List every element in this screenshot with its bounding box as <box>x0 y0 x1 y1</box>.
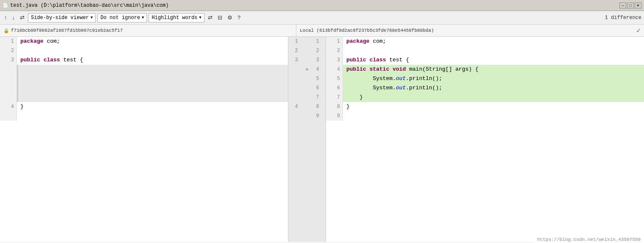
left-line-num: 1 <box>0 37 17 46</box>
title-text: test.java (D:\platform\taobao-dao\src\ma… <box>10 3 169 8</box>
center-row-3: 33 <box>288 55 326 65</box>
help-button[interactable]: ? <box>236 14 242 22</box>
left-file-hash: f718bcb00f8662af1667fd15b067c91eb2ac5f17 <box>11 28 123 33</box>
ignore-label: Do not ignore <box>100 15 140 21</box>
right-line-num: 5 <box>326 74 343 83</box>
left-file-header: 🔒 f718bcb00f8662af1667fd15b067c91eb2ac5f… <box>0 25 296 36</box>
left-line-num <box>0 74 17 83</box>
right-line-content: } <box>343 93 644 102</box>
center-right-num: 3 <box>311 55 324 65</box>
settings-button[interactable]: ⚙ <box>226 14 234 22</box>
center-right-num: 6 <box>311 83 324 93</box>
file-headers: 🔒 f718bcb00f8662af1667fd15b067c91eb2ac5f… <box>0 25 644 37</box>
diff-count: 1 difference <box>605 15 641 21</box>
right-line-4: 4public static void main(String[] args) … <box>326 65 644 74</box>
lock-icon: 🔒 <box>3 28 9 33</box>
left-line-num <box>0 83 17 93</box>
left-line-4 <box>0 65 288 74</box>
left-line-content <box>17 74 288 83</box>
right-line-num: 8 <box>326 102 343 111</box>
right-line-8: 8} <box>326 102 644 111</box>
center-left-num: 1 <box>290 37 303 46</box>
left-line-content <box>17 83 288 93</box>
center-row-2: 22 <box>288 46 326 55</box>
right-line-num: 7 <box>326 93 343 102</box>
right-line-content <box>343 46 644 55</box>
status-url: https://blog.csdn.net/weixin_43507550 <box>537 237 641 242</box>
render-button[interactable]: ⊟ <box>216 14 224 22</box>
left-line-3: 3public class test { <box>0 55 288 65</box>
right-line-content: package com; <box>343 37 644 46</box>
close-button[interactable]: ✕ <box>635 3 641 8</box>
left-line-8: 4} <box>0 102 288 111</box>
right-line-num: 3 <box>326 55 343 65</box>
left-line-content <box>17 111 288 121</box>
left-line-num: 4 <box>0 102 17 111</box>
left-line-content <box>17 46 288 55</box>
left-line-6 <box>0 83 288 93</box>
right-line-content: System.out.println(); <box>343 83 644 93</box>
left-line-num: 2 <box>0 46 17 55</box>
left-line-7 <box>0 93 288 102</box>
left-line-9 <box>0 111 288 121</box>
right-line-6: 6 System.out.println(); <box>326 83 644 93</box>
left-line-5 <box>0 74 288 83</box>
center-row-6: 6 <box>288 83 326 93</box>
title-bar: 📄 test.java (D:\platform\taobao-dao\src\… <box>0 0 644 11</box>
ignore-arrow-icon: ▼ <box>142 16 144 20</box>
right-line-num: 9 <box>326 111 343 121</box>
maximize-button[interactable]: □ <box>627 3 634 8</box>
right-line-9: 9 <box>326 111 644 121</box>
right-line-num: 4 <box>326 65 343 74</box>
left-line-content: package com; <box>17 37 288 46</box>
center-row-9: 9 <box>288 111 326 121</box>
right-line-content: public class test { <box>343 55 644 65</box>
title-bar-left: 📄 test.java (D:\platform\taobao-dao\src\… <box>3 3 169 8</box>
right-line-7: 7 } <box>326 93 644 102</box>
right-line-1: 1package com; <box>326 37 644 46</box>
left-line-1: 1package com; <box>0 37 288 46</box>
next-diff-button[interactable]: ↓ <box>11 14 17 22</box>
left-line-content <box>17 93 288 102</box>
minimize-button[interactable]: ─ <box>619 3 626 8</box>
right-line-content: } <box>343 102 644 111</box>
highlight-label: Highlight words <box>152 15 197 21</box>
left-pane: 1package com;23public class test {4} <box>0 37 288 242</box>
center-right-num: 4 <box>311 65 324 74</box>
diff-main: 1package com;23public class test {4} 112… <box>0 37 644 242</box>
center-row-7: 7 <box>288 93 326 102</box>
center-right-num: 7 <box>311 93 324 102</box>
center-right-num: 5 <box>311 74 324 83</box>
center-row-8: 48 <box>288 102 326 111</box>
left-line-content: public class test { <box>17 55 288 65</box>
status-bar: https://blog.csdn.net/weixin_43507550 <box>534 236 644 242</box>
center-column: 112233»4567489 <box>288 37 326 242</box>
center-left-num: 4 <box>290 102 303 111</box>
sync-button[interactable]: ⇄ <box>18 14 26 22</box>
left-line-num <box>0 111 17 121</box>
right-line-num: 1 <box>326 37 343 46</box>
swap-button[interactable]: ⇄ <box>206 14 214 22</box>
highlight-dropdown[interactable]: Highlight words ▼ <box>149 13 204 22</box>
file-icon: 📄 <box>3 3 8 8</box>
viewer-arrow-icon: ▼ <box>91 16 93 20</box>
center-row-5: 5 <box>288 74 326 83</box>
viewer-label: Side-by-side viewer <box>31 15 89 21</box>
viewer-dropdown[interactable]: Side-by-side viewer ▼ <box>28 13 96 22</box>
ignore-dropdown[interactable]: Do not ignore ▼ <box>97 13 147 22</box>
left-line-2: 2 <box>0 46 288 55</box>
toolbar: ↑ ↓ ⇄ Side-by-side viewer ▼ Do not ignor… <box>0 11 644 25</box>
center-left-num: 3 <box>290 55 303 65</box>
center-left-num: 2 <box>290 46 303 55</box>
right-file-header: Local (613bfdf8d2ac8f237b5c3fde768e54458… <box>296 25 644 36</box>
right-line-content <box>343 111 644 121</box>
prev-diff-button[interactable]: ↑ <box>3 14 9 22</box>
right-line-num: 6 <box>326 83 343 93</box>
check-mark-icon: ✓ <box>636 26 641 35</box>
center-row-1: 11 <box>288 37 326 46</box>
highlight-arrow-icon: ▼ <box>199 16 201 20</box>
right-line-content: System.out.println(); <box>343 74 644 83</box>
window-controls[interactable]: ─ □ ✕ <box>619 3 641 8</box>
right-line-content: public static void main(String[] args) { <box>343 65 644 74</box>
left-line-content: } <box>17 102 288 111</box>
